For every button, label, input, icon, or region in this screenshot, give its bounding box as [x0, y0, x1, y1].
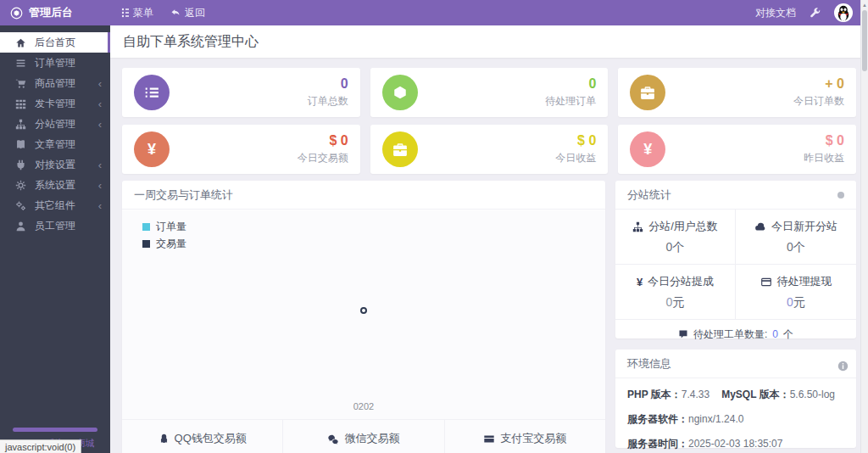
status-dot-icon: [837, 192, 844, 199]
scrollbar-thumb[interactable]: [862, 10, 867, 71]
stat-value: 0: [545, 76, 596, 92]
legend-swatch: [142, 223, 150, 231]
briefcase-icon: [382, 131, 418, 167]
chevron-left-icon: ‹: [98, 159, 102, 171]
stat-value: $ 0: [555, 133, 596, 148]
ordered-list-icon: [134, 75, 170, 110]
server-software-row: 服务器软件：nginx/1.24.0: [627, 411, 844, 428]
comment-icon: [678, 329, 688, 339]
stat-value: + 0: [793, 76, 844, 92]
user-avatar[interactable]: [834, 3, 853, 22]
stat-label: 今日订单数: [793, 94, 844, 109]
wrench-icon[interactable]: [810, 8, 821, 19]
stat-label: 待处理订单: [545, 94, 596, 109]
sidebar-item-orders[interactable]: 订单管理: [0, 53, 110, 73]
alipay-stat: 支付宝交易额 0元: [444, 420, 605, 453]
substation-withdrawals-cell: 待处理提现 0元: [736, 265, 856, 319]
environment-panel-header: 环境信息: [615, 350, 856, 378]
legend-item-orders[interactable]: 订单量: [142, 218, 186, 235]
pending-tickets-row: 待处理工单数量: 0 个: [615, 319, 856, 349]
book-icon: [15, 139, 27, 150]
wechat-icon: [327, 433, 339, 445]
server-time-row: 服务器时间：2025-02-03 18:35:07: [627, 436, 844, 452]
cart-icon: [15, 78, 27, 89]
app-brand[interactable]: 管理后台: [0, 5, 110, 20]
chart-panel-header: 一周交易与订单统计: [122, 181, 605, 210]
chart-legend: 订单量 交易量: [142, 218, 186, 252]
order-list-icon: [15, 58, 27, 69]
sitemap-icon: [632, 221, 643, 232]
back-button[interactable]: 返回: [170, 6, 205, 20]
stat-card-yesterday-profit: ¥ $ 0 昨日收益: [618, 125, 856, 174]
stat-value: $ 0: [804, 133, 844, 148]
yen-icon: ¥: [637, 276, 643, 288]
sidebar-item-articles[interactable]: 文章管理: [0, 134, 110, 154]
chart-plot-area: [122, 210, 605, 453]
sidebar-item-home[interactable]: 后台首页: [0, 32, 110, 53]
environment-info-panel: 环境信息 PHP 版本：7.4.33MySQL 版本：5.6.50-log 服务…: [615, 350, 856, 448]
sidebar-item-integration[interactable]: 对接设置 ‹: [0, 154, 110, 175]
link-status-tooltip: javascript:void(0): [0, 439, 81, 453]
brand-title: 管理后台: [29, 5, 73, 20]
qq-wallet-stat: QQ钱包交易额 0元: [122, 420, 282, 453]
stat-card-today-volume: ¥ $ 0 今日交易额: [122, 125, 360, 174]
topbar: 管理后台 菜单 返回 对接文档: [0, 0, 868, 25]
chevron-left-icon: ‹: [98, 119, 102, 130]
substation-stats-panel: 分站统计 分站/用户总数 0个: [615, 181, 856, 338]
stat-label: 今日交易额: [298, 151, 348, 165]
stat-card-total-orders: 0 订单总数: [122, 68, 360, 117]
data-point-marker: [360, 307, 367, 314]
cogs-icon: [15, 200, 27, 211]
yen-icon: ¥: [134, 131, 170, 167]
stat-value: $ 0: [298, 133, 348, 148]
sidebar-nav: 后台首页 订单管理 商品管理 ‹ 发卡管理 ‹ 分站管理: [0, 25, 110, 236]
chevron-left-icon: ‹: [98, 98, 102, 109]
sidebar-item-components[interactable]: 其它组件 ‹: [0, 195, 110, 215]
yen-icon: ¥: [630, 131, 665, 167]
gear-icon: [15, 180, 27, 191]
substation-panel-header: 分站统计: [615, 181, 856, 210]
environment-details: PHP 版本：7.4.33MySQL 版本：5.6.50-log 服务器软件：n…: [615, 378, 856, 453]
cube-icon: [382, 75, 418, 110]
alipay-icon: [483, 433, 495, 445]
sidebar-divider-pill: [13, 428, 97, 432]
content: 0 订单总数 0 待处理订单 + 0 今日订单数: [110, 58, 868, 453]
sidebar-item-products[interactable]: 商品管理 ‹: [0, 73, 110, 93]
stat-value: 0: [308, 76, 348, 92]
credit-card-icon: [760, 277, 772, 288]
cube-logo-icon: [10, 7, 23, 20]
stat-label: 今日收益: [555, 151, 596, 165]
stat-label: 订单总数: [308, 94, 348, 109]
qq-penguin-icon: [835, 4, 852, 21]
reply-arrow-icon: [170, 8, 181, 18]
legend-item-transactions[interactable]: 交易量: [142, 235, 186, 252]
main-area: 自助下单系统管理中心 0 订单总数 0 待处理订单: [110, 25, 868, 453]
user-icon: [15, 221, 27, 232]
substation-new-today-cell: 今日新开分站 0个: [736, 210, 856, 265]
stat-card-today-profit: $ 0 今日收益: [370, 125, 609, 174]
dots-vertical-icon: [120, 8, 129, 18]
substation-users-cell: 分站/用户总数 0个: [615, 210, 736, 265]
qq-icon: [159, 433, 170, 445]
scroll-up-arrow-icon[interactable]: ▲: [861, 0, 868, 9]
page-scrollbar[interactable]: ▲: [860, 0, 868, 453]
sidebar-item-substations[interactable]: 分站管理 ‹: [0, 114, 110, 134]
chevron-left-icon: ‹: [98, 200, 102, 211]
docs-link[interactable]: 对接文档: [755, 6, 796, 20]
topbar-menu: 菜单 返回: [110, 6, 205, 20]
page-title-bar: 自助下单系统管理中心: [110, 25, 868, 58]
home-icon: [15, 37, 27, 48]
stat-cards: 0 订单总数 0 待处理订单 + 0 今日订单数: [122, 68, 856, 174]
stat-card-today-orders: + 0 今日订单数: [618, 68, 856, 117]
page-title: 自助下单系统管理中心: [123, 33, 259, 51]
menu-button[interactable]: 菜单: [120, 6, 153, 20]
payment-stats-row: QQ钱包交易额 0元 微信交易额 0元: [122, 420, 605, 453]
sidebar: 后台首页 订单管理 商品管理 ‹ 发卡管理 ‹ 分站管理: [0, 25, 110, 453]
php-mysql-row: PHP 版本：7.4.33MySQL 版本：5.6.50-log: [627, 387, 844, 403]
chevron-left-icon: ‹: [98, 180, 102, 191]
sidebar-item-cards[interactable]: 发卡管理 ‹: [0, 93, 110, 114]
sidebar-item-staff[interactable]: 员工管理: [0, 215, 110, 236]
info-icon: [837, 361, 844, 367]
wechat-stat: 微信交易额 0元: [282, 420, 443, 453]
sidebar-item-system[interactable]: 系统设置 ‹: [0, 175, 110, 195]
